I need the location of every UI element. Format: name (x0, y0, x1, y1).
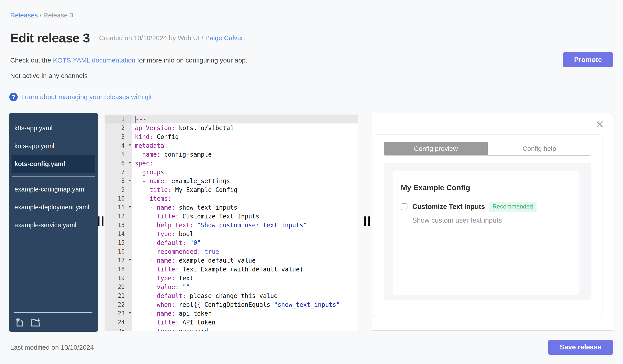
yaml-editor[interactable]: 1---2apiVersion: kots.io/v1beta13kind: C… (105, 113, 358, 331)
breadcrumb-separator: / (40, 12, 43, 19)
customize-text-inputs-checkbox[interactable] (401, 203, 407, 210)
config-preview-card: Config preview Config help My Example Co… (373, 135, 602, 317)
sidebar-footer-divider (14, 312, 92, 313)
line-number: 20 (105, 283, 132, 291)
sidebar-editor-resize-handle[interactable] (98, 217, 106, 226)
doc-info-before: Check out the (10, 57, 53, 64)
code-line-1[interactable]: 1--- (105, 115, 358, 123)
created-text: Created on 10/10/2024 by Web UI / (99, 34, 203, 41)
line-number: 9 (105, 185, 132, 194)
sidebar-file-kots-config.yaml[interactable]: kots-config.yaml (12, 155, 95, 173)
sidebar-file-example-service.yaml[interactable]: example-service.yaml (9, 216, 98, 234)
code-line-17[interactable]: 17▾ - name: example_default_value (105, 256, 358, 265)
created-author-link[interactable]: Paige Calvert (205, 34, 245, 41)
fold-chevron-icon[interactable]: ▾ (129, 158, 131, 167)
code-line-23[interactable]: 23▾ - name: api_token (105, 309, 358, 318)
line-number: 24 (105, 318, 132, 327)
code-line-5[interactable]: 5 name: config-sample (105, 150, 358, 159)
code-text: metadata: (132, 141, 358, 150)
line-number: 3 (105, 132, 132, 141)
line-number: 7 (105, 168, 132, 177)
kots-yaml-doc-link[interactable]: KOTS YAML documentation (53, 57, 135, 64)
sidebar-file-k8s-app.yaml[interactable]: k8s-app.yaml (9, 119, 98, 137)
page-title: Edit release 3 (10, 30, 90, 45)
code-line-14[interactable]: 14 type: bool (105, 229, 358, 238)
question-icon: ? (9, 93, 18, 101)
code-line-8[interactable]: 8▾ - name: example_settings (105, 177, 358, 185)
preview-tabbar: Config preview Config help (384, 142, 591, 156)
config-item-help-text: Show custom user text inputs (412, 217, 570, 224)
code-line-18[interactable]: 18 title: Text Example (with default val… (105, 265, 358, 274)
line-number: 22 (105, 300, 132, 309)
line-number: 8▾ (105, 177, 132, 185)
line-number: 2 (105, 123, 132, 132)
code-line-10[interactable]: 10 items: (105, 194, 358, 203)
line-number: 6▾ (105, 159, 132, 168)
preview-body: My Example Config Customize Text Inputs … (384, 163, 591, 300)
close-icon[interactable] (595, 120, 604, 129)
config-group-title: My Example Config (401, 183, 570, 192)
save-release-button[interactable]: Save release (548, 340, 613, 355)
line-number: 13 (105, 221, 132, 229)
code-line-22[interactable]: 22 when: repl{{ ConfigOptionEquals "show… (105, 300, 358, 309)
code-line-15[interactable]: 15 default: "0" (105, 238, 358, 247)
line-number: 17▾ (105, 256, 132, 265)
code-line-7[interactable]: 7 groups: (105, 168, 358, 177)
code-line-24[interactable]: 24 title: API token (105, 318, 358, 327)
code-lines: 1---2apiVersion: kots.io/v1beta13kind: C… (105, 115, 358, 331)
config-item-label: Customize Text Inputs (412, 203, 485, 211)
code-line-9[interactable]: 9 title: My Example Config (105, 185, 358, 194)
kots-file-list: k8s-app.yamlkots-app.yamlkots-config.yam… (9, 113, 98, 173)
editor-preview-resize-handle[interactable] (364, 217, 372, 226)
code-text: - name: api_token (132, 309, 358, 318)
code-text: --- (132, 115, 358, 123)
sidebar-file-example-deployment.yaml[interactable]: example-deployment.yaml (9, 198, 98, 216)
code-text: type: bool (132, 229, 358, 238)
tab-config-preview[interactable]: Config preview (384, 142, 488, 156)
code-line-11[interactable]: 11▾ - name: show_text_inputs (105, 203, 358, 212)
code-text: value: "" (132, 283, 358, 291)
promote-button[interactable]: Promote (563, 52, 613, 67)
code-line-21[interactable]: 21 default: please change this value (105, 291, 358, 300)
line-number: 23▾ (105, 309, 132, 318)
code-line-4[interactable]: 4▾metadata: (105, 141, 358, 150)
sidebar-footer (9, 309, 98, 332)
code-text: name: config-sample (132, 150, 358, 159)
code-text: groups: (132, 168, 358, 177)
fold-chevron-icon[interactable]: ▾ (129, 141, 131, 150)
recommended-badge: Recommended (489, 202, 536, 212)
fold-chevron-icon[interactable]: ▾ (129, 176, 131, 185)
code-line-3[interactable]: 3kind: Config (105, 132, 358, 141)
file-sidebar: k8s-app.yamlkots-app.yamlkots-config.yam… (9, 113, 98, 332)
code-text: default: please change this value (132, 291, 358, 300)
code-text: type: text (132, 274, 358, 283)
git-help-link[interactable]: Learn about managing your releases with … (21, 93, 152, 101)
fold-chevron-icon[interactable]: ▾ (129, 202, 131, 211)
breadcrumb: Releases / Release 3 (10, 12, 73, 19)
created-info: Created on 10/10/2024 by Web UI / Paige … (99, 34, 245, 42)
code-line-6[interactable]: 6▾spec: (105, 159, 358, 168)
breadcrumb-releases-link[interactable]: Releases (10, 12, 38, 19)
git-help-line: ? Learn about managing your releases wit… (9, 93, 152, 101)
code-line-20[interactable]: 20 value: "" (105, 283, 358, 291)
code-line-16[interactable]: 16 recommended: true (105, 247, 358, 256)
code-line-25[interactable]: 25 type: password (105, 327, 358, 331)
new-file-icon[interactable] (14, 317, 25, 327)
fold-chevron-icon[interactable]: ▾ (129, 256, 131, 264)
code-line-13[interactable]: 13 help_text: "Show custom user text inp… (105, 221, 358, 229)
tab-config-help[interactable]: Config help (488, 142, 591, 156)
code-line-19[interactable]: 19 type: text (105, 274, 358, 283)
line-number: 4▾ (105, 141, 132, 150)
line-number: 5 (105, 150, 132, 159)
code-text: spec: (132, 159, 358, 168)
code-line-12[interactable]: 12 title: Customize Text Inputs (105, 212, 358, 221)
channel-status: Not active in any channels (10, 72, 88, 80)
sidebar-file-kots-app.yaml[interactable]: kots-app.yaml (9, 137, 98, 155)
line-number: 15 (105, 238, 132, 247)
fold-chevron-icon[interactable]: ▾ (129, 309, 131, 317)
config-preview-panel: Config preview Config help My Example Co… (372, 113, 613, 331)
sidebar-file-example-configmap.yaml[interactable]: example-configmap.yaml (9, 181, 98, 198)
line-number: 16 (105, 247, 132, 256)
code-line-2[interactable]: 2apiVersion: kots.io/v1beta1 (105, 123, 358, 132)
new-folder-icon[interactable] (30, 317, 41, 327)
